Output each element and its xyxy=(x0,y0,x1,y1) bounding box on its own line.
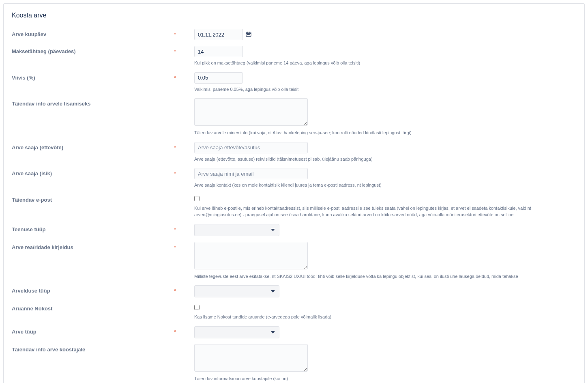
row-invoice-type: Arve tüüp * xyxy=(12,326,576,338)
label-date: Arve kuupäev xyxy=(12,29,174,37)
required-marker: * xyxy=(174,29,194,37)
help-extra-email: Kui arve läheb e-postile, mis erineb kon… xyxy=(194,205,576,218)
required-marker-empty xyxy=(174,194,194,197)
service-type-select[interactable] xyxy=(194,224,279,236)
required-marker: * xyxy=(174,72,194,81)
required-marker: * xyxy=(174,326,194,335)
input-col-extra-info-invoice: Täiendav arvele minev info (kui vaja, nt… xyxy=(194,98,576,136)
row-noko-report: Aruanne Nokost Kas lisame Nokost tundide… xyxy=(12,303,576,321)
date-wrap xyxy=(194,29,576,40)
row-recipient-company: Arve saaja (ettevõte) * Arve saaja (ette… xyxy=(12,142,576,163)
label-extra-info-creator: Täiendav info arve koostajale xyxy=(12,344,174,353)
input-col-payment-due: Kui pikk on maksetähtaeg (vaikimisi pane… xyxy=(194,46,576,67)
help-payment-due: Kui pikk on maksetähtaeg (vaikimisi pane… xyxy=(194,60,576,67)
extra-info-creator-textarea[interactable] xyxy=(194,344,308,372)
row-service-type: Teenuse tüüp * xyxy=(12,224,576,236)
input-col-line-description: Milliste tegevuste eest arve esitatakse,… xyxy=(194,242,576,280)
required-marker: * xyxy=(174,46,194,54)
required-marker-empty xyxy=(174,344,194,346)
label-line-description: Arve rea/ridade kirjeldus xyxy=(12,242,174,250)
input-col-recipient-company: Arve saaja (ettevõtte, asutuse) rekvisii… xyxy=(194,142,576,163)
label-invoice-type: Arve tüüp xyxy=(12,326,174,335)
help-recipient-person: Arve saaja kontakt (kes on meie kontakti… xyxy=(194,182,576,189)
label-penalty: Viivis (%) xyxy=(12,72,174,81)
noko-report-checkbox[interactable] xyxy=(194,305,200,310)
input-col-recipient-person: Arve saaja kontakt (kes on meie kontakti… xyxy=(194,168,576,189)
row-extra-info-creator: Täiendav info arve koostajale Täiendav i… xyxy=(12,344,576,382)
help-noko-report: Kas lisame Nokost tundide aruande (e-arv… xyxy=(194,314,576,321)
required-marker: * xyxy=(174,142,194,151)
help-penalty: Vaikimisi paneme 0.05%, aga lepingus või… xyxy=(194,86,576,93)
input-col-extra-email: Kui arve läheb e-postile, mis erineb kon… xyxy=(194,194,576,218)
row-line-description: Arve rea/ridade kirjeldus * Milliste teg… xyxy=(12,242,576,280)
label-payment-due: Maksetähtaeg (päevades) xyxy=(12,46,174,54)
penalty-input[interactable] xyxy=(194,72,243,84)
help-extra-info-invoice: Täiendav arvele minev info (kui vaja, nt… xyxy=(194,129,576,136)
label-recipient-person: Arve saaja (isik) xyxy=(12,168,174,176)
date-input[interactable] xyxy=(194,29,243,40)
input-col-invoice-type xyxy=(194,326,576,338)
label-recipient-company: Arve saaja (ettevõte) xyxy=(12,142,174,151)
input-col-service-type xyxy=(194,224,576,236)
input-col-extra-info-creator: Täiendav informatsioon arve koostajale (… xyxy=(194,344,576,382)
form-container: Koosta arve Arve kuupäev * xyxy=(3,3,585,383)
extra-info-invoice-textarea[interactable] xyxy=(194,98,308,126)
row-extra-info-invoice: Täiendav info arvele lisamiseks Täiendav… xyxy=(12,98,576,136)
line-description-textarea[interactable] xyxy=(194,242,308,269)
required-marker: * xyxy=(174,285,194,294)
payment-due-input[interactable] xyxy=(194,46,243,57)
label-extra-info-invoice: Täiendav info arvele lisamiseks xyxy=(12,98,174,107)
row-penalty: Viivis (%) * Vaikimisi paneme 0.05%, aga… xyxy=(12,72,576,93)
svg-point-5 xyxy=(248,34,249,34)
required-marker: * xyxy=(174,242,194,250)
input-col-noko-report: Kas lisame Nokost tundide aruande (e-arv… xyxy=(194,303,576,321)
help-recipient-company: Arve saaja (ettevõtte, asutuse) rekvisii… xyxy=(194,156,576,163)
form-content: Koosta arve Arve kuupäev * xyxy=(4,4,584,383)
row-date: Arve kuupäev * xyxy=(12,29,576,40)
extra-email-checkbox[interactable] xyxy=(194,196,200,201)
svg-point-4 xyxy=(247,34,248,34)
row-recipient-person: Arve saaja (isik) * Arve saaja kontakt (… xyxy=(12,168,576,189)
help-extra-info-creator: Täiendav informatsioon arve koostajale (… xyxy=(194,375,576,382)
label-extra-email: Täiendav e-post xyxy=(12,194,174,203)
input-col-billing-type xyxy=(194,285,576,297)
recipient-person-input[interactable] xyxy=(194,168,308,179)
required-marker: * xyxy=(174,224,194,232)
row-payment-due: Maksetähtaeg (päevades) * Kui pikk on ma… xyxy=(12,46,576,67)
input-col-penalty: Vaikimisi paneme 0.05%, aga lepingus või… xyxy=(194,72,576,93)
row-billing-type: Arvelduse tüüp * xyxy=(12,285,576,297)
calendar-icon[interactable] xyxy=(245,31,252,39)
invoice-type-select[interactable] xyxy=(194,326,279,338)
billing-type-select[interactable] xyxy=(194,285,279,297)
svg-point-6 xyxy=(249,34,250,34)
label-service-type: Teenuse tüüp xyxy=(12,224,174,232)
required-marker-empty xyxy=(174,303,194,306)
required-marker-empty xyxy=(174,98,194,101)
required-marker: * xyxy=(174,168,194,176)
row-extra-email: Täiendav e-post Kui arve läheb e-postile… xyxy=(12,194,576,218)
label-billing-type: Arvelduse tüüp xyxy=(12,285,174,294)
recipient-company-input[interactable] xyxy=(194,142,308,153)
label-noko-report: Aruanne Nokost xyxy=(12,303,174,312)
input-col-date xyxy=(194,29,576,40)
page-title: Koosta arve xyxy=(12,12,576,19)
help-line-description: Milliste tegevuste eest arve esitatakse,… xyxy=(194,273,576,280)
